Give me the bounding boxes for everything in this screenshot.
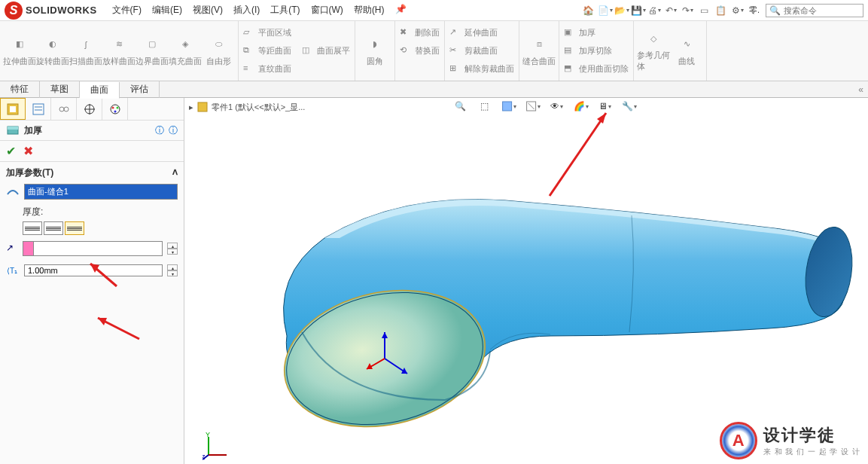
menu-help[interactable]: 帮助(H)	[354, 4, 385, 17]
reverse-direction-icon[interactable]: ↗	[6, 243, 18, 255]
ok-button[interactable]: ✔	[6, 144, 16, 158]
select-icon[interactable]: ▭	[699, 5, 710, 16]
params-title: 加厚参数(T)	[6, 166, 53, 179]
params-title-row: 加厚参数(T) ʌ	[6, 166, 178, 179]
knit-surface-button[interactable]: ⧈缝合曲面	[522, 23, 556, 78]
fill-surface-button[interactable]: ◈填充曲面	[169, 23, 202, 78]
extend-surface-button[interactable]: ↗延伸曲面	[449, 25, 514, 41]
collapse-params-icon[interactable]: ʌ	[172, 166, 178, 179]
search-input[interactable]	[784, 6, 859, 15]
selection-row: 曲面-缝合1	[6, 184, 178, 200]
undo-icon[interactable]: ↶▾	[666, 5, 677, 16]
new-doc-icon[interactable]: 📄▾	[600, 5, 611, 16]
pin-panel-icon[interactable]: ⓘ	[169, 124, 178, 137]
freeform-button[interactable]: ⬭自由形	[202, 23, 235, 78]
thickness-spin-up[interactable]: ▴	[167, 264, 178, 270]
search-icon: 🔍	[769, 5, 781, 16]
dimxpert-tab[interactable]	[77, 98, 102, 120]
both-sides-button[interactable]	[44, 221, 63, 235]
ruled-surface-button[interactable]: ≡直纹曲面	[243, 61, 350, 78]
cancel-button[interactable]: ✖	[23, 144, 33, 158]
ribbon: ◧拉伸曲面 ◐旋转曲面 ∫扫描曲面 ≋放样曲面 ▢边界曲面 ◈填充曲面 ⬭自由形…	[0, 21, 868, 81]
tab-surface[interactable]: 曲面	[80, 82, 120, 99]
svg-point-13	[114, 110, 116, 112]
svg-rect-2	[33, 104, 44, 114]
options-icon[interactable]: ⚙▾	[732, 5, 743, 16]
thickness-spin-down[interactable]: ▾	[167, 270, 178, 276]
solidworks-logo-icon: S	[5, 2, 23, 20]
tabs-collapse-icon[interactable]: «	[858, 84, 868, 95]
tab-feature[interactable]: 特征	[0, 81, 40, 98]
configuration-manager-tab[interactable]	[51, 98, 77, 120]
thicken-button[interactable]: ▣加厚	[564, 25, 629, 41]
surface-select-icon	[6, 185, 20, 199]
thicken-params: 加厚参数(T) ʌ 曲面-缝合1 厚度: ↗ ▴ ▾	[0, 162, 184, 282]
planar-surface-button[interactable]: ▱平面区域	[243, 25, 350, 41]
property-manager-tab[interactable]	[26, 98, 51, 120]
save-icon[interactable]: 💾▾	[633, 5, 644, 16]
ribbon-group-trim: ↗延伸曲面 ✂剪裁曲面 ⊞解除剪裁曲面	[445, 21, 519, 81]
fillet-button[interactable]: ◗圆角	[358, 23, 391, 78]
replace-face-button[interactable]: ⟲替换面	[400, 43, 440, 60]
boundary-surface-button[interactable]: ▢边界曲面	[136, 23, 169, 78]
ribbon-group-knit: ⧈缝合曲面	[519, 21, 559, 81]
side-1-button[interactable]	[23, 221, 42, 235]
spin-down[interactable]: ▾	[167, 249, 178, 255]
extrude-surface-button[interactable]: ◧拉伸曲面	[3, 23, 36, 78]
pin-icon[interactable]: 📌	[395, 4, 407, 17]
open-icon[interactable]: 📂▾	[617, 5, 627, 16]
thicken-cut-button[interactable]: ▤加厚切除	[564, 43, 629, 60]
ext-label: 零.	[749, 5, 760, 16]
menu-bar: S SOLIDWORKS 文件(F) 编辑(E) 视图(V) 插入(I) 工具(…	[0, 0, 868, 21]
offset-surface-button[interactable]: ⧉等距曲面◫曲面展平	[243, 43, 350, 60]
quick-access-toolbar: 🏠 📄▾ 📂▾ 💾▾ 🖨▾ ↶▾ ↷▾ ▭ 📋 ⚙▾ 零. 🔍	[583, 4, 863, 17]
dimension-icon: ⟨T₁	[6, 264, 20, 277]
new-icon[interactable]: 🏠	[583, 5, 594, 16]
watermark-logo-icon: A	[720, 422, 757, 459]
thickness-input[interactable]	[24, 264, 163, 276]
loft-surface-button[interactable]: ≋放样曲面	[102, 23, 136, 78]
curves-button[interactable]: ∿曲线	[670, 23, 703, 78]
watermark: A 设计学徒 来 和 我 们 一 起 学 设 计	[720, 422, 860, 459]
spin-up[interactable]: ▴	[167, 243, 178, 249]
side-2-button[interactable]	[65, 221, 84, 235]
thickness-side-toggle	[23, 221, 178, 235]
feature-manager-tab[interactable]	[0, 98, 26, 120]
menu-view[interactable]: 视图(V)	[193, 4, 223, 17]
menu-insert[interactable]: 插入(I)	[233, 4, 260, 17]
menu-file[interactable]: 文件(F)	[112, 4, 142, 17]
rebuild-icon[interactable]: 📋	[716, 5, 726, 16]
svg-point-12	[116, 106, 118, 108]
revolve-surface-button[interactable]: ◐旋转曲面	[36, 23, 69, 78]
selected-surface-field[interactable]: 曲面-缝合1	[24, 184, 178, 200]
command-tabs: 特征 草图 曲面 评估 «	[0, 81, 868, 98]
ok-cancel-row: ✔ ✖	[0, 141, 184, 162]
direction-indicator	[23, 241, 163, 256]
watermark-subtitle: 来 和 我 们 一 起 学 设 计	[763, 447, 860, 457]
svg-text:⟨T₁: ⟨T₁	[7, 267, 17, 275]
delete-face-button[interactable]: ✖删除面	[400, 25, 440, 41]
print-icon[interactable]: 🖨▾	[650, 5, 660, 16]
appearance-tab[interactable]	[102, 98, 128, 120]
trim-surface-button[interactable]: ✂剪裁曲面	[449, 43, 514, 60]
property-manager: 加厚 ⓘ ⓘ ✔ ✖ 加厚参数(T) ʌ 曲面-缝合1 厚度:	[0, 98, 184, 464]
ribbon-group-surface-tools: ▱平面区域 ⧉等距曲面◫曲面展平 ≡直纹曲面	[239, 21, 355, 81]
menu-edit[interactable]: 编辑(E)	[152, 4, 182, 17]
watermark-title: 设计学徒	[763, 424, 860, 447]
menu-tools[interactable]: 工具(T)	[270, 4, 300, 17]
svg-rect-1	[10, 106, 16, 112]
redo-icon[interactable]: ↷▾	[683, 5, 693, 16]
svg-text:Y: Y	[206, 431, 210, 438]
search-box[interactable]: 🔍	[766, 4, 863, 17]
menu-window[interactable]: 窗口(W)	[311, 4, 343, 17]
tab-evaluate[interactable]: 评估	[120, 81, 160, 98]
sweep-surface-button[interactable]: ∫扫描曲面	[69, 23, 102, 78]
view-triad: Y Z	[203, 431, 233, 461]
tab-sketch[interactable]: 草图	[40, 81, 80, 98]
reference-geometry-button[interactable]: ◇参考几何体	[637, 23, 670, 78]
manager-tabs	[0, 98, 184, 121]
help-icon[interactable]: ⓘ	[155, 124, 164, 137]
untrim-surface-button[interactable]: ⊞解除剪裁曲面	[449, 61, 514, 78]
cut-with-surface-button[interactable]: ⬒使用曲面切除	[564, 61, 629, 78]
graphics-area[interactable]: ▸ 零件1 (默认<<默认>_显... 🔍 ⬚ ▾ ▾ 👁▾ 🌈▾ 🖥▾ 🔧▾	[184, 98, 868, 464]
